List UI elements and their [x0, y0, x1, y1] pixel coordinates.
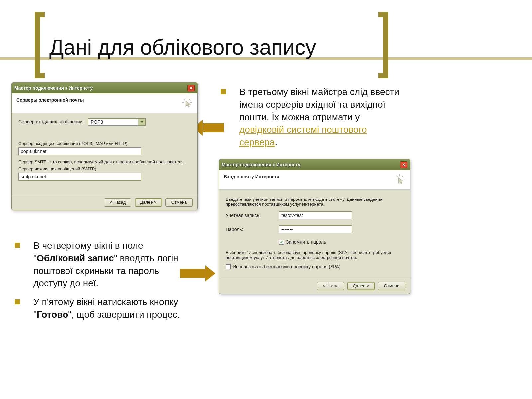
- smtp-note: Сервер SMTP - это сервер, используемый д…: [18, 159, 191, 164]
- back-button[interactable]: < Назад: [104, 198, 131, 207]
- cancel-button[interactable]: Отмена: [378, 282, 405, 290]
- titlebar: Мастер подключения к Интернету ×: [12, 83, 197, 93]
- button-row: < Назад Далее > Отмена: [12, 195, 197, 210]
- svg-line-9: [402, 176, 403, 177]
- outgoing-server-input[interactable]: smtp.ukr.net: [18, 173, 141, 181]
- left-bullet-1: В четвертому вікні в поле "Обліковий зап…: [15, 239, 194, 290]
- back-button[interactable]: < Назад: [317, 282, 344, 290]
- text: В третьому вікні майстра слід ввести іме…: [239, 87, 399, 122]
- help-link[interactable]: довідковій системі поштового сервера: [239, 124, 367, 147]
- left-bullet-list: В четвертому вікні в поле "Обліковий зап…: [15, 239, 194, 327]
- svg-line-8: [396, 176, 398, 177]
- right-bullet-1: В третьому вікні майстра слід ввести іме…: [221, 86, 400, 149]
- titlebar: Мастер подключения к Интернету ×: [219, 159, 410, 170]
- next-button[interactable]: Далее >: [347, 282, 375, 290]
- incoming-type-label: Сервер входящих сообщений:: [18, 119, 84, 124]
- remember-label: Запомнить пароль: [286, 239, 326, 245]
- svg-line-3: [184, 99, 185, 100]
- cancel-button[interactable]: Отмена: [165, 198, 193, 207]
- combo-value: POP3: [88, 119, 138, 125]
- window-title: Мастер подключения к Интернету: [14, 85, 93, 91]
- wizard-header: Серверы электронной почты: [12, 93, 197, 113]
- wizard-mail-login: Мастер подключения к Интернету × Вход в …: [219, 159, 410, 294]
- arrow-left-icon: [193, 120, 226, 136]
- password-label: Пароль:: [226, 227, 279, 232]
- intro-text: Введите имя учетной записи и пароль для …: [226, 197, 403, 207]
- wizard-body: Введите имя учетной записи и пароль для …: [219, 190, 410, 278]
- cursor-click-icon: [394, 173, 405, 185]
- outgoing-server-label: Сервер исходящих сообщений (SMTP):: [18, 166, 191, 171]
- bold: Готово: [37, 309, 68, 320]
- spa-label: Использовать безопасную проверку пароля …: [233, 264, 341, 269]
- button-row: < Назад Далее > Отмена: [219, 278, 410, 294]
- arrow-right-icon: [180, 265, 217, 281]
- wizard-email-servers: Мастер подключения к Интернету × Серверы…: [11, 82, 198, 210]
- wizard-heading: Вход в почту Интернета: [224, 174, 279, 179]
- spa-checkbox[interactable]: [226, 264, 231, 269]
- bold: Обліковий запис: [37, 253, 114, 263]
- right-bracket: [378, 12, 388, 78]
- text: .: [275, 137, 277, 147]
- incoming-server-label: Сервер входящих сообщений (POP3, IMAP ил…: [18, 141, 191, 146]
- account-input[interactable]: testov-test: [279, 211, 352, 219]
- wizard-heading: Серверы электронной почты: [16, 97, 84, 103]
- cursor-click-icon: [181, 97, 193, 108]
- left-bracket: [35, 12, 45, 78]
- password-input[interactable]: •••••••: [279, 225, 352, 233]
- next-button[interactable]: Далее >: [135, 198, 162, 207]
- close-button[interactable]: ×: [187, 85, 195, 91]
- spa-note: Выберите ''Использовать безопасную прове…: [226, 250, 403, 260]
- left-bullet-2: У п'ятому вікні натискають кнопку "Готов…: [15, 296, 194, 321]
- close-button[interactable]: ×: [400, 161, 407, 168]
- incoming-type-combo[interactable]: POP3: [88, 118, 146, 126]
- incoming-server-input[interactable]: pop3.ukr.net: [18, 147, 141, 155]
- wizard-header: Вход в почту Интернета: [219, 170, 410, 190]
- wizard-body: Сервер входящих сообщений: POP3 Сервер в…: [12, 113, 197, 195]
- right-bullet-list: В третьому вікні майстра слід ввести іме…: [221, 86, 400, 155]
- account-label: Учетная запись:: [226, 213, 279, 218]
- slide-title: Дані для облікового запису: [49, 35, 316, 60]
- remember-checkbox[interactable]: ✔: [279, 240, 284, 245]
- svg-line-4: [189, 99, 190, 100]
- window-title: Мастер подключения к Интернету: [222, 162, 300, 167]
- chevron-down-icon: [138, 119, 145, 125]
- text: ", щоб завершити процес.: [68, 309, 180, 320]
